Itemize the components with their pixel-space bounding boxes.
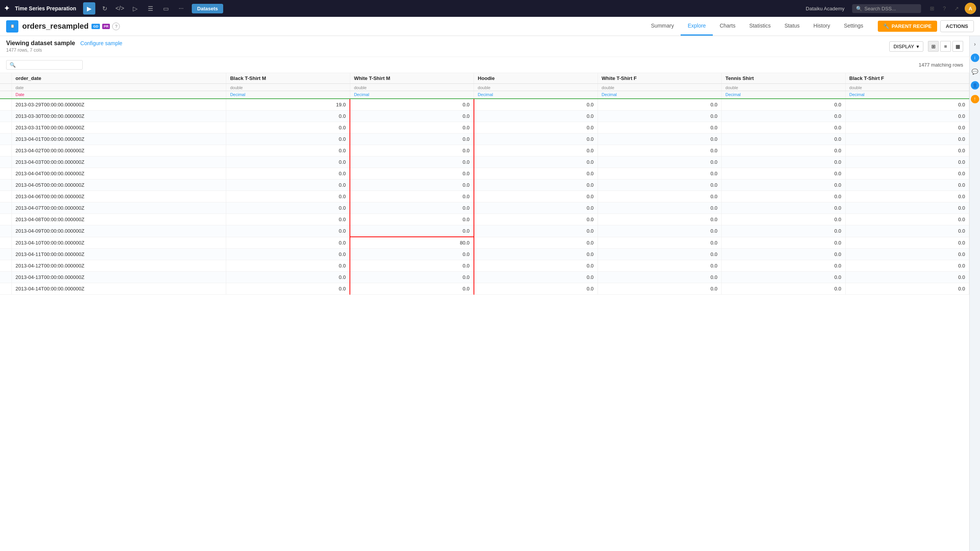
table-cell: 2013-04-07T00:00:00.000000Z xyxy=(11,202,226,214)
main-content: Viewing dataset sample Configure sample … xyxy=(0,36,969,551)
table-cell: 0.0 xyxy=(598,122,721,134)
col-header-black-t-shirt-m[interactable]: Black T-Shirt M xyxy=(226,73,350,84)
viewing-label: Viewing dataset sample xyxy=(6,40,75,46)
list-view-button[interactable]: ≡ xyxy=(940,41,951,52)
table-row: 2013-04-01T00:00:00.000000Z0.00.00.00.00… xyxy=(0,134,969,145)
col-header-black-t-shirt-f[interactable]: Black T-Shirt F xyxy=(845,73,969,84)
table-cell: 0.0 xyxy=(474,99,598,111)
global-search[interactable]: 🔍 xyxy=(852,4,921,13)
top-navigation: ✦ Time Series Preparation ▶ ↻ </> ▷ ☰ ▭ … xyxy=(0,0,980,17)
sidebar-comment-icon[interactable]: 💬 xyxy=(971,67,979,76)
chart-view-button[interactable]: ▦ xyxy=(952,41,963,52)
row-number xyxy=(0,156,11,168)
dataset-help-icon[interactable]: ? xyxy=(112,23,120,30)
dataset-type-icon: 📋 xyxy=(6,20,18,33)
table-cell: 2013-04-04T00:00:00.000000Z xyxy=(11,168,226,179)
table-cell: 0.0 xyxy=(226,260,350,272)
flow-icon[interactable]: ▶ xyxy=(83,2,95,15)
col-type: double xyxy=(722,84,845,91)
table-cell: 0.0 xyxy=(845,99,969,111)
table-cell: 0.0 xyxy=(722,99,845,111)
grid-icon[interactable]: ⊞ xyxy=(928,4,936,13)
table-cell: 0.0 xyxy=(598,237,721,249)
tab-summary[interactable]: Summary xyxy=(644,17,681,36)
table-cell: 0.0 xyxy=(350,156,474,168)
table-cell: 0.0 xyxy=(474,191,598,202)
table-cell: 0.0 xyxy=(598,168,721,179)
table-row: 2013-03-29T00:00:00.000000Z19.00.00.00.0… xyxy=(0,99,969,111)
row-number xyxy=(0,99,11,111)
col-name: Tennis Shirt xyxy=(725,75,841,81)
table-row: 2013-04-11T00:00:00.000000Z0.00.00.00.00… xyxy=(0,249,969,260)
dataset-alt-icon[interactable]: ▭ xyxy=(160,2,172,15)
table-cell: 0.0 xyxy=(474,272,598,283)
tab-statistics[interactable]: Statistics xyxy=(742,17,777,36)
table-cell: 0.0 xyxy=(350,111,474,122)
display-label: DISPLAY xyxy=(893,44,914,49)
configure-sample-link[interactable]: Configure sample xyxy=(80,40,122,46)
table-row: 2013-04-06T00:00:00.000000Z0.00.00.00.00… xyxy=(0,191,969,202)
play-icon[interactable]: ▷ xyxy=(129,2,141,15)
actions-button[interactable]: ACTIONS xyxy=(940,20,974,32)
table-cell: 0.0 xyxy=(350,179,474,191)
table-cell: 0.0 xyxy=(722,134,845,145)
tab-settings[interactable]: Settings xyxy=(837,17,870,36)
table-cell: 0.0 xyxy=(845,122,969,134)
col-header-order_date[interactable]: order_date xyxy=(11,73,226,84)
col-header-tennis-shirt[interactable]: Tennis Shirt xyxy=(722,73,845,84)
col-header-white-t-shirt-f[interactable]: White T-Shirt F xyxy=(598,73,721,84)
datasets-button[interactable]: Datasets xyxy=(192,4,223,13)
academy-button[interactable]: Dataiku Academy xyxy=(806,6,844,11)
table-cell: 0.0 xyxy=(226,191,350,202)
table-cell: 0.0 xyxy=(350,145,474,156)
tab-explore[interactable]: Explore xyxy=(681,17,712,36)
table-row: 2013-04-04T00:00:00.000000Z0.00.00.00.00… xyxy=(0,168,969,179)
display-button[interactable]: DISPLAY ▾ xyxy=(889,41,923,52)
table-search[interactable]: 🔍 xyxy=(6,60,83,70)
avatar[interactable]: A xyxy=(965,3,976,14)
table-cell: 2013-04-08T00:00:00.000000Z xyxy=(11,214,226,225)
table-cell: 0.0 xyxy=(474,122,598,134)
sidebar-alert-icon[interactable]: ! xyxy=(971,95,979,103)
table-cell: 0.0 xyxy=(598,134,721,145)
table-search-input[interactable] xyxy=(18,62,79,68)
row-number xyxy=(0,145,11,156)
table-cell: 0.0 xyxy=(845,202,969,214)
table-cell: 0.0 xyxy=(350,249,474,260)
grid-view-button[interactable]: ⊞ xyxy=(928,41,939,52)
table-cell: 0.0 xyxy=(845,145,969,156)
table-cell: 0.0 xyxy=(722,272,845,283)
table-cell: 0.0 xyxy=(226,214,350,225)
trends-icon[interactable]: ↗ xyxy=(952,4,961,13)
table-cell: 0.0 xyxy=(350,168,474,179)
col-header-hoodie[interactable]: Hoodie xyxy=(474,73,598,84)
tab-history[interactable]: History xyxy=(807,17,837,36)
row-number xyxy=(0,283,11,295)
col-header-white-t-shirt-m[interactable]: White T-Shirt M xyxy=(350,73,474,84)
table-cell: 0.0 xyxy=(845,225,969,237)
more-icon[interactable]: ··· xyxy=(175,2,187,15)
search-input[interactable] xyxy=(864,6,914,11)
table-cell: 0.0 xyxy=(474,134,598,145)
parent-recipe-button[interactable]: 🔧 PARENT RECIPE xyxy=(878,21,937,32)
table-cell: 2013-04-03T00:00:00.000000Z xyxy=(11,156,226,168)
tab-charts[interactable]: Charts xyxy=(713,17,742,36)
table-cell: 0.0 xyxy=(845,156,969,168)
table-row: 2013-04-03T00:00:00.000000Z0.00.00.00.00… xyxy=(0,156,969,168)
sidebar-info-icon[interactable]: i xyxy=(971,54,979,62)
table-cell: 0.0 xyxy=(350,99,474,111)
dataset-navigation: 📋 orders_resampled GD PR ? Summary Explo… xyxy=(0,17,980,36)
deploy-icon[interactable]: ☰ xyxy=(144,2,157,15)
dataset-name: orders_resampled xyxy=(22,22,88,31)
help-icon[interactable]: ? xyxy=(940,4,949,13)
tab-status[interactable]: Status xyxy=(777,17,807,36)
table-cell: 0.0 xyxy=(722,111,845,122)
data-table-container: order_dateBlack T-Shirt MWhite T-Shirt M… xyxy=(0,73,969,535)
table-cell: 0.0 xyxy=(350,191,474,202)
code-icon[interactable]: </> xyxy=(114,2,126,15)
table-row: 2013-04-13T00:00:00.000000Z0.00.00.00.00… xyxy=(0,272,969,283)
sidebar-people-icon[interactable]: 👤 xyxy=(971,81,979,90)
table-cell: 0.0 xyxy=(722,260,845,272)
refresh-icon[interactable]: ↻ xyxy=(98,2,111,15)
sidebar-arrow-icon[interactable]: › xyxy=(971,40,979,48)
